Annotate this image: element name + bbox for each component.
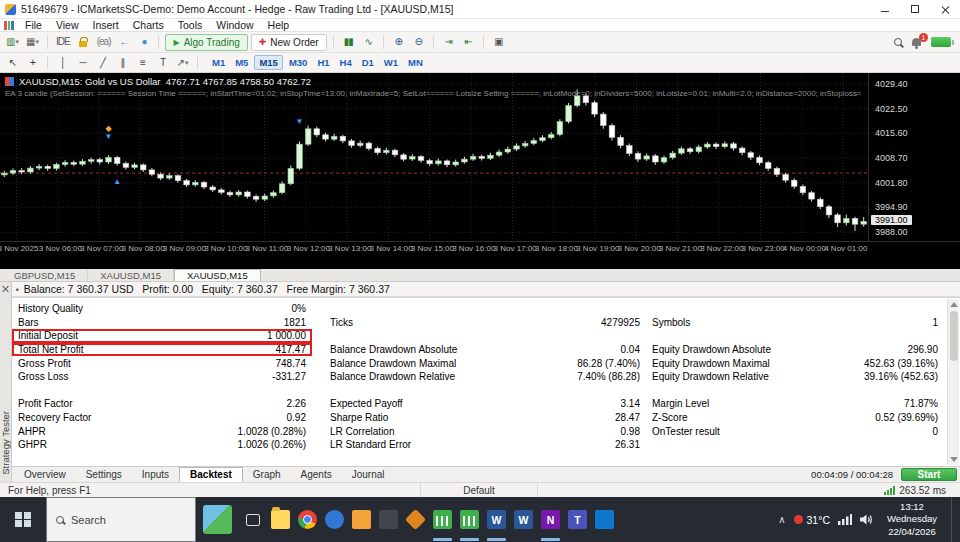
text-tool-icon[interactable]: T (154, 54, 171, 71)
teams-icon[interactable]: T (564, 497, 591, 542)
profile-selector[interactable]: Default (420, 483, 538, 497)
chart-window-icon[interactable] (4, 21, 14, 30)
word-icon-2[interactable]: W (510, 497, 537, 542)
mail-icon[interactable] (591, 497, 618, 542)
scroll-down-icon[interactable] (950, 457, 958, 462)
new-chart-icon[interactable]: ▥▾ (4, 34, 21, 51)
close-button[interactable] (930, 0, 960, 18)
menu-file[interactable]: File (18, 19, 49, 31)
weather-widget-icon[interactable] (203, 505, 232, 534)
title-bar[interactable]: 51649679 - ICMarketsSC-Demo: Demo Accoun… (0, 0, 960, 19)
chrome-icon[interactable] (294, 497, 321, 542)
metric-equity-drawdown-relative: Equity Drawdown Relative39.16% (452.63) (646, 370, 944, 384)
menu-view[interactable]: View (49, 19, 86, 31)
tester-tab-graph[interactable]: Graph (243, 467, 291, 482)
menu-help[interactable]: Help (261, 19, 297, 31)
timeframe-m1[interactable]: M1 (208, 55, 229, 70)
tester-tab-backtest[interactable]: Backtest (179, 467, 243, 482)
tester-tab-agents[interactable]: Agents (291, 467, 342, 482)
timeframe-mn[interactable]: MN (404, 55, 427, 70)
tester-tab-journal[interactable]: Journal (342, 467, 395, 482)
show-desktop-button[interactable] (951, 497, 956, 542)
search-icon[interactable] (894, 38, 902, 46)
onenote-icon[interactable]: N (537, 497, 564, 542)
time-axis[interactable]: 3 Nov 20253 Nov 06:003 Nov 07:003 Nov 08… (0, 241, 960, 255)
new-order-button[interactable]: ✚ New Order (251, 34, 327, 51)
lock-icon[interactable] (75, 34, 92, 51)
candlestick-canvas[interactable]: ◆▼▲▼ (0, 73, 868, 241)
screenshot-icon[interactable]: ▣ (490, 34, 507, 51)
maximize-button[interactable] (900, 0, 930, 18)
strategy-tester-strip[interactable]: Strategy Tester (0, 282, 12, 482)
chart-shift-icon[interactable]: ⇤ (460, 34, 477, 51)
start-button[interactable] (0, 497, 46, 542)
menu-tools[interactable]: Tools (171, 19, 210, 31)
word-icon[interactable]: W (483, 497, 510, 542)
crosshair-icon[interactable]: + (24, 54, 41, 71)
latency-text: 263.52 ms (899, 485, 946, 496)
zoom-out-icon[interactable]: ⊖ (410, 34, 427, 51)
svg-text:▼: ▼ (105, 132, 113, 141)
notifications-bell-icon[interactable]: 1 (912, 38, 921, 46)
menu-window[interactable]: Window (209, 19, 260, 31)
tester-tab-inputs[interactable]: Inputs (132, 467, 179, 482)
amber-app-icon[interactable] (402, 497, 429, 542)
profiles-icon[interactable]: ▦▾ (24, 34, 41, 51)
cursor-icon[interactable]: ↖ (4, 54, 21, 71)
horizontal-line-icon[interactable]: ─ (74, 54, 91, 71)
edge-browser-icon[interactable] (321, 497, 348, 542)
auto-scroll-icon[interactable]: ⇥ (440, 34, 457, 51)
chart-tab-1[interactable]: XAUUSD,M15 (88, 269, 174, 281)
tester-tab-settings[interactable]: Settings (76, 467, 132, 482)
timeframe-h4[interactable]: H4 (336, 55, 356, 70)
vertical-line-icon[interactable]: │ (54, 54, 71, 71)
menu-insert[interactable]: Insert (86, 19, 126, 31)
minimize-button[interactable] (870, 0, 900, 18)
chart-tab-2[interactable]: XAUUSD,M15 (174, 269, 261, 281)
zoom-in-icon[interactable]: ⊕ (390, 34, 407, 51)
mt5-terminal-icon[interactable] (429, 497, 456, 542)
mt4-icon[interactable] (348, 497, 375, 542)
timeframe-w1[interactable]: W1 (380, 55, 402, 70)
expert-advisors-icon[interactable]: (ea) (95, 34, 113, 51)
toolbar-separator (158, 36, 159, 49)
timeframe-m30[interactable]: M30 (285, 55, 311, 70)
market-watch-icon[interactable]: ▮▮ (340, 34, 357, 51)
time-label: 3 Nov 06:00 (39, 244, 82, 253)
scroll-up-icon[interactable] (950, 302, 958, 307)
mt5-terminal-icon-2[interactable] (456, 497, 483, 542)
network-icon[interactable] (838, 514, 852, 525)
volume-icon[interactable] (860, 514, 873, 525)
undo-icon[interactable]: ← (115, 34, 132, 51)
metaeditor-ide-icon[interactable]: IDE (54, 34, 72, 51)
zigzag-icon[interactable]: ∿ (360, 34, 377, 51)
algo-trading-button[interactable]: ▶ Algo Trading (165, 34, 247, 51)
timeframe-m15[interactable]: M15 (254, 55, 282, 70)
help-hint-text: For Help, press F1 (0, 485, 420, 496)
chart-area[interactable]: ◆▼▲▼ 4029.404022.504015.604008.704001.80… (0, 73, 960, 269)
web-terminal-icon[interactable]: ● (135, 34, 152, 51)
equidistant-channel-icon[interactable]: ∥ (114, 54, 131, 71)
weather-temperature[interactable]: 31°C (794, 514, 830, 526)
timeframe-d1[interactable]: D1 (358, 55, 378, 70)
start-test-button[interactable]: Start (901, 468, 957, 481)
taskbar-search-box[interactable]: Search (46, 497, 196, 542)
table-scrollbar[interactable] (947, 299, 959, 465)
task-view-button[interactable] (239, 497, 267, 542)
scrollbar-thumb[interactable] (950, 311, 958, 361)
connection-status[interactable]: 263.52 ms (884, 485, 960, 496)
arrows-tool-icon[interactable]: ↗▾ (174, 54, 191, 71)
tray-chevron-icon[interactable]: ∧ (778, 514, 785, 525)
fibonacci-icon[interactable]: ≡ (134, 54, 151, 71)
timeframe-h1[interactable]: H1 (313, 55, 333, 70)
chart-tab-0[interactable]: GBPUSD,M15 (2, 269, 88, 281)
close-tester-icon[interactable] (2, 285, 9, 292)
price-axis[interactable]: 4029.404022.504015.604008.704001.803994.… (868, 73, 960, 241)
timeframe-m5[interactable]: M5 (231, 55, 252, 70)
menu-charts[interactable]: Charts (126, 19, 171, 31)
dark-app-icon[interactable] (375, 497, 402, 542)
trendline-icon[interactable]: ╱ (94, 54, 111, 71)
taskbar-clock[interactable]: 13:12 Wednesday 22/04/2026 (881, 501, 943, 538)
file-explorer-icon[interactable] (267, 497, 294, 542)
tester-tab-overview[interactable]: Overview (14, 467, 76, 482)
